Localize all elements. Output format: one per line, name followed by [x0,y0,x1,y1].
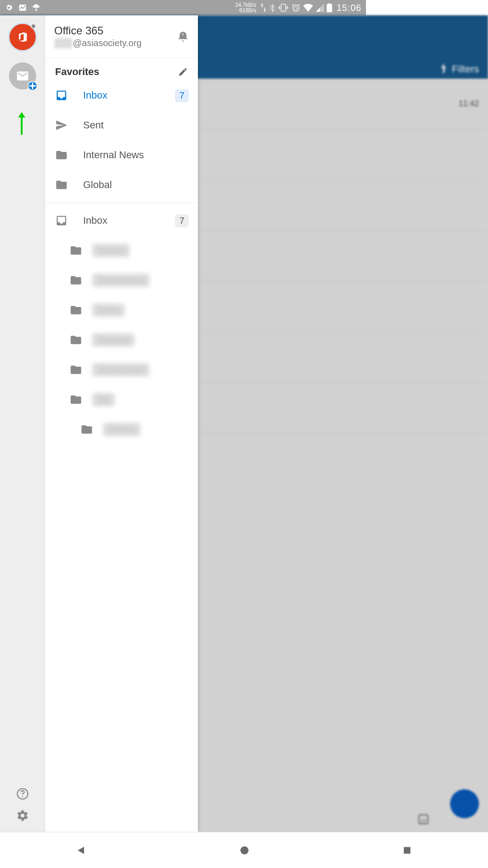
folder-label: Inbox [83,215,175,226]
folder-icon [55,149,68,161]
folder-sent-favorite[interactable]: Sent [45,110,198,140]
folder-icon [70,363,82,376]
unread-badge: 7 [175,89,189,102]
clock-time: 15:06 [337,3,361,13]
folder-icon [70,334,82,346]
android-status-bar: 24.7kB/s616B/s 15:06 [0,0,366,15]
subfolder-item[interactable]: Xxxx [45,295,198,325]
net-down-speed: 616B/s [235,8,256,13]
divider [45,203,198,203]
do-not-disturb-icon[interactable]: z [177,31,189,42]
folder-icon [55,179,68,191]
svg-rect-4 [328,3,330,5]
signal-icon [316,4,324,12]
folder-inbox[interactable]: Inbox 7 [45,206,198,236]
subfolder-item[interactable]: Xxxxxx [45,325,198,355]
vibrate-icon [278,3,289,12]
alarm-icon [291,3,300,12]
subfolder-item[interactable]: Xxxxxxxxx [45,355,198,385]
account-name: Office 365 [54,24,141,37]
folder-label: Sent [83,119,189,131]
download-small-icon [32,3,41,12]
folder-inbox-favorite[interactable]: Inbox 7 [45,80,198,110]
settings-small-icon [5,3,14,12]
folder-label: Global [83,179,189,191]
account-avatar-office365[interactable] [8,23,37,52]
wifi-icon [303,4,313,12]
plus-badge-icon [28,81,38,91]
account-header[interactable]: Office 365 xxxx@asiasociety.org z [45,15,198,58]
edit-favorites-button[interactable] [178,67,188,77]
folder-label: Internal News [83,149,189,161]
bluetooth-icon [269,3,275,12]
subfolder-item[interactable]: Xxxxx [45,236,198,265]
subfolder-item[interactable]: Xxxxx [45,415,198,444]
inbox-icon [55,89,68,102]
accounts-strip [0,15,45,651]
annotation-arrow-icon [17,112,26,135]
subfolder-item[interactable]: Xx [45,385,198,415]
send-icon [55,119,68,132]
add-account-button[interactable] [9,62,36,90]
folder-icon [70,244,82,257]
folder-icon [70,393,82,406]
folder-internal-news-favorite[interactable]: Internal News [45,140,198,170]
folder-icon [70,304,82,316]
swap-icon [261,3,266,12]
svg-text:z: z [182,32,184,36]
favorites-heading: Favorites [55,66,99,78]
folder-label: Inbox [83,90,175,101]
svg-rect-3 [327,4,332,12]
folder-list-pane: Office 365 xxxx@asiasociety.org z Favori… [45,15,198,651]
account-email: xxxx@asiasociety.org [54,38,141,48]
unread-badge: 7 [175,214,189,227]
svg-rect-1 [281,4,286,11]
battery-icon [327,3,332,12]
presence-dot [31,24,36,29]
folder-icon [80,423,93,436]
navigation-drawer: Office 365 xxxx@asiasociety.org z Favori… [0,15,198,651]
folder-global-favorite[interactable]: Global [45,170,198,200]
chart-small-icon [18,3,27,12]
inbox-icon [55,214,68,227]
folder-icon [70,274,82,287]
subfolder-item[interactable]: Xxxxxxxxx [45,265,198,295]
